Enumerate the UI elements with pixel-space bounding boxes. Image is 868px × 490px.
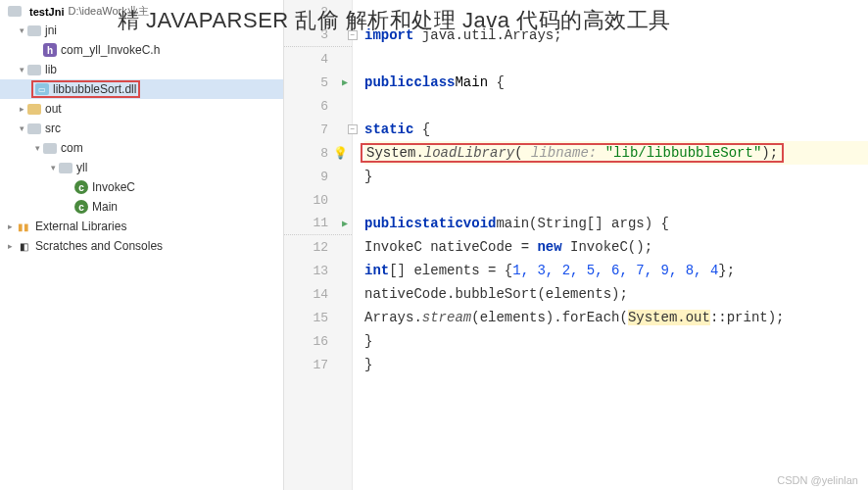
tree-label: com: [61, 141, 83, 155]
bulb-icon[interactable]: 💡: [333, 146, 348, 161]
code-line[interactable]: [364, 94, 868, 118]
chevron-down-icon: ▾: [47, 163, 59, 172]
code-line[interactable]: public static void main(String[] args) {: [364, 212, 868, 235]
class-icon: c: [74, 180, 88, 194]
tree-label: Main: [92, 200, 118, 214]
folder-icon: [27, 123, 41, 134]
gutter-row[interactable]: 13: [284, 259, 352, 282]
gutter-row[interactable]: 4: [284, 47, 352, 71]
h-file-icon: h: [43, 43, 57, 57]
run-icon[interactable]: ▶: [342, 218, 348, 229]
code-line[interactable]: nativeCode.bubbleSort(elements);: [364, 282, 868, 306]
code-line[interactable]: }: [364, 329, 868, 353]
code-line[interactable]: [364, 188, 868, 212]
tree-folder-yll[interactable]: ▾yll: [0, 158, 283, 177]
line-gutter: 2 3− 4 5▶ 6 7− 8💡 9 10 11▶ 12 13 14 15 1…: [284, 0, 353, 490]
folder-icon: [27, 25, 41, 36]
gutter-row[interactable]: 3−: [284, 24, 352, 47]
tree-label: InvokeC: [92, 180, 135, 194]
tree-folder-jni[interactable]: ▾jni: [0, 21, 283, 40]
code-line[interactable]: public class Main {: [364, 71, 868, 94]
chevron-right-icon: ▸: [16, 104, 27, 114]
tree-label: yll: [76, 161, 87, 174]
tree-label: jni: [45, 24, 57, 37]
tree-folder-com[interactable]: ▾com: [0, 138, 283, 158]
gutter-row[interactable]: 14: [284, 282, 352, 306]
gutter-row[interactable]: 15: [284, 306, 352, 329]
gutter-row[interactable]: 11▶: [284, 212, 352, 235]
folder-icon: [27, 104, 41, 115]
code-line[interactable]: }: [364, 353, 868, 376]
project-tree-panel: testJni D:\ideaWork业主 ▾jni hcom_yll_Invo…: [0, 0, 284, 490]
code-line[interactable]: import java.util.Arrays;: [364, 24, 868, 47]
gutter-row[interactable]: 17: [284, 353, 352, 376]
code-area[interactable]: import java.util.Arrays; public class Ma…: [353, 0, 868, 490]
tree-label: External Libraries: [35, 220, 126, 233]
gutter-row[interactable]: 6: [284, 94, 352, 118]
code-line[interactable]: static {: [364, 118, 868, 141]
tree-external-libs[interactable]: ▸▮▮External Libraries: [0, 217, 283, 236]
file-tree: ▾jni hcom_yll_InvokeC.h ▾lib ▭libbubbleS…: [0, 21, 283, 256]
gutter-row[interactable]: 2: [284, 0, 352, 24]
code-line[interactable]: InvokeC nativeCode = new InvokeC();: [364, 235, 868, 259]
class-icon: c: [74, 200, 88, 214]
folder-icon: [8, 6, 22, 17]
tree-folder-out[interactable]: ▸out: [0, 99, 283, 119]
project-path: D:\ideaWork业主: [68, 4, 148, 19]
watermark: CSDN @yelinlan: [777, 474, 858, 486]
code-line[interactable]: int[] elements = {1, 3, 2, 5, 6, 7, 9, 8…: [364, 259, 868, 282]
tree-class-invokec[interactable]: cInvokeC: [0, 177, 283, 197]
gutter-row[interactable]: 9: [284, 165, 352, 188]
tree-label: Scratches and Consoles: [35, 239, 163, 253]
library-icon: ▮▮: [16, 219, 31, 234]
folder-icon: [43, 143, 57, 154]
breadcrumb: testJni D:\ideaWork业主: [0, 2, 283, 21]
tree-file-dll[interactable]: ▭libbubbleSort.dll: [0, 79, 283, 99]
fold-icon[interactable]: −: [348, 124, 358, 134]
chevron-down-icon: ▾: [16, 25, 27, 35]
gutter-row[interactable]: 16: [284, 329, 352, 353]
gutter-row[interactable]: 10: [284, 188, 352, 212]
tree-label: src: [45, 122, 61, 135]
tree-folder-src[interactable]: ▾src: [0, 119, 283, 138]
project-name: testJni: [29, 6, 64, 18]
dll-file-icon: ▭: [35, 83, 49, 95]
code-line[interactable]: Arrays.stream(elements).forEach(System.o…: [364, 306, 868, 329]
gutter-row[interactable]: 5▶: [284, 71, 352, 94]
gutter-row[interactable]: 12: [284, 235, 352, 259]
chevron-down-icon: ▾: [16, 123, 27, 133]
run-icon[interactable]: ▶: [342, 76, 348, 88]
chevron-right-icon: ▸: [4, 221, 16, 231]
code-line[interactable]: [364, 0, 868, 24]
code-line[interactable]: }: [364, 165, 868, 188]
tree-folder-lib[interactable]: ▾lib: [0, 60, 283, 79]
chevron-down-icon: ▾: [16, 65, 27, 74]
gutter-row[interactable]: 7−: [284, 118, 352, 141]
code-line[interactable]: [364, 47, 868, 71]
code-line-highlight[interactable]: System.loadLibrary( libname: "lib/libbub…: [364, 141, 868, 165]
tree-label: libbubbleSort.dll: [53, 82, 136, 96]
tree-class-main[interactable]: cMain: [0, 197, 283, 217]
chevron-right-icon: ▸: [4, 241, 16, 251]
scratch-icon: ◧: [16, 238, 31, 254]
tree-scratches[interactable]: ▸◧Scratches and Consoles: [0, 236, 283, 256]
fold-icon[interactable]: −: [348, 30, 358, 40]
code-editor[interactable]: 2 3− 4 5▶ 6 7− 8💡 9 10 11▶ 12 13 14 15 1…: [284, 0, 868, 490]
chevron-down-icon: ▾: [31, 143, 43, 153]
tree-file-header[interactable]: hcom_yll_InvokeC.h: [0, 40, 283, 60]
folder-icon: [27, 65, 41, 75]
gutter-row[interactable]: 8💡: [284, 141, 352, 165]
tree-label: out: [45, 102, 62, 116]
folder-icon: [59, 163, 72, 173]
tree-label: lib: [45, 63, 57, 76]
tree-label: com_yll_InvokeC.h: [61, 43, 160, 57]
